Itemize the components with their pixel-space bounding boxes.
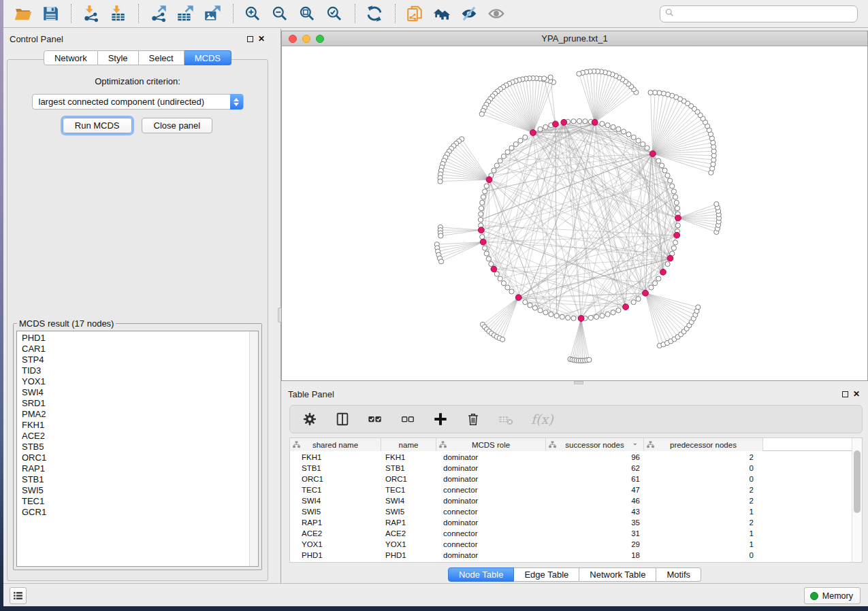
column-header-shared-name[interactable]: shared name: [290, 438, 381, 451]
result-list-scrollbar[interactable]: [249, 331, 258, 566]
select-all-button[interactable]: [366, 410, 384, 428]
table-cell[interactable]: 2: [644, 495, 763, 506]
mcds-result-item[interactable]: SRD1: [17, 398, 248, 409]
first-neighbors-button[interactable]: [431, 3, 454, 24]
table-cell[interactable]: connector: [436, 484, 546, 495]
table-float-icon[interactable]: [842, 391, 848, 397]
mcds-result-item[interactable]: GCR1: [17, 507, 248, 518]
mcds-result-list[interactable]: PHD1CAR1STP4TID3YOX1SWI4SRD1PMA2FKH1ACE2…: [16, 331, 259, 567]
mcds-result-item[interactable]: ORC1: [17, 452, 248, 463]
mcds-result-item[interactable]: SWI5: [17, 485, 248, 496]
tab-select[interactable]: Select: [139, 50, 184, 65]
zoom-fit-button[interactable]: [296, 3, 319, 24]
mcds-result-item[interactable]: PHD1: [17, 333, 248, 344]
mcds-result-item[interactable]: TEC1: [17, 496, 248, 507]
table-cell[interactable]: dominator: [436, 452, 546, 463]
table-cell[interactable]: PHD1: [381, 550, 436, 561]
tab-network[interactable]: Network: [44, 50, 98, 65]
search-box[interactable]: [660, 5, 858, 22]
vertical-splitter[interactable]: [272, 29, 281, 583]
save-button[interactable]: [39, 3, 63, 24]
table-cell[interactable]: 1: [644, 506, 763, 517]
deselect-all-button[interactable]: [399, 410, 417, 428]
add-button[interactable]: [432, 410, 449, 428]
table-cell[interactable]: FKH1: [381, 452, 436, 463]
column-header-predecessor-nodes[interactable]: predecessor nodes: [644, 438, 763, 451]
table-scrollbar[interactable]: [852, 438, 862, 562]
table-cell[interactable]: FKH1: [290, 452, 381, 463]
run-mcds-button[interactable]: Run MCDS: [63, 118, 132, 133]
mcds-result-item[interactable]: STB1: [17, 474, 248, 485]
table-cell[interactable]: 61: [546, 474, 644, 484]
table-cell[interactable]: RAP1: [381, 517, 436, 528]
open-button[interactable]: [12, 3, 35, 24]
zoom-out-button[interactable]: [269, 3, 292, 24]
table-cell[interactable]: TEC1: [290, 484, 381, 495]
table-cell[interactable]: dominator: [436, 474, 546, 484]
table-cell[interactable]: 1: [644, 528, 763, 539]
export-network-button[interactable]: [147, 3, 170, 24]
column-header-name[interactable]: name: [381, 438, 436, 451]
table-row[interactable]: YOX1YOX1connector291: [290, 539, 852, 550]
mcds-result-item[interactable]: ACE2: [17, 431, 248, 442]
table-cell[interactable]: SWI4: [290, 495, 381, 506]
memory-button[interactable]: Memory: [804, 587, 861, 604]
table-cell[interactable]: connector: [436, 528, 546, 539]
table-cell[interactable]: SWI5: [381, 506, 436, 517]
table-scrollbar-thumb[interactable]: [854, 450, 861, 513]
mcds-result-item[interactable]: PMA2: [17, 409, 248, 420]
zoom-selected-button[interactable]: [323, 3, 347, 24]
network-titlebar[interactable]: YPA_prune.txt_1: [282, 31, 867, 46]
task-history-button[interactable]: [10, 587, 27, 604]
mcds-result-item[interactable]: TID3: [17, 365, 248, 376]
close-panel-icon[interactable]: ✕: [258, 35, 265, 42]
table-cell[interactable]: dominator: [436, 495, 546, 506]
delete-button[interactable]: [464, 410, 482, 428]
table-cell[interactable]: 47: [546, 484, 644, 495]
mcds-result-item[interactable]: SWI4: [17, 387, 248, 398]
column-header-successor-nodes[interactable]: successor nodes⌄: [546, 438, 644, 451]
table-cell[interactable]: 0: [644, 474, 763, 484]
criterion-dropdown[interactable]: largest connected component (undirected): [32, 94, 244, 110]
table-row[interactable]: ACE2ACE2connector311: [290, 528, 852, 539]
table-cell[interactable]: STB1: [290, 463, 381, 474]
table-cell[interactable]: connector: [436, 539, 546, 550]
table-cell[interactable]: ACE2: [290, 528, 381, 539]
table-cell[interactable]: ORC1: [381, 474, 436, 484]
table-cell[interactable]: 2: [644, 452, 763, 463]
table-cell[interactable]: ACE2: [381, 528, 436, 539]
show-all-button[interactable]: [485, 3, 509, 24]
table-row[interactable]: ORC1ORC1dominator610: [290, 474, 852, 484]
table-row[interactable]: SWI4SWI4dominator462: [290, 495, 852, 506]
tab-style[interactable]: Style: [98, 50, 139, 65]
table-cell[interactable]: 35: [546, 517, 644, 528]
table-row[interactable]: STB1STB1dominator620: [290, 463, 852, 474]
table-cell[interactable]: 96: [546, 452, 644, 463]
refresh-button[interactable]: [364, 3, 387, 24]
duplicate-network-button[interactable]: [404, 3, 427, 24]
table-cell[interactable]: connector: [436, 506, 546, 517]
mcds-result-item[interactable]: FKH1: [17, 420, 248, 431]
table-row[interactable]: RAP1RAP1dominator352: [290, 517, 852, 528]
table-row[interactable]: TEC1TEC1connector472: [290, 484, 852, 495]
table-cell[interactable]: YOX1: [381, 539, 436, 550]
table-cell[interactable]: 31: [546, 528, 644, 539]
search-input[interactable]: [675, 7, 857, 20]
table-cell[interactable]: 29: [546, 539, 644, 550]
import-table-button[interactable]: [107, 3, 130, 24]
table-row[interactable]: PHD1PHD1dominator180: [290, 550, 852, 561]
table-cell[interactable]: 62: [546, 463, 644, 474]
table-cell[interactable]: dominator: [436, 550, 546, 561]
network-canvas[interactable]: [282, 46, 867, 380]
column-header-MCDS-role[interactable]: MCDS role: [436, 438, 546, 451]
close-mcds-panel-button[interactable]: Close panel: [142, 118, 213, 133]
mcds-result-item[interactable]: RAP1: [17, 463, 248, 474]
table-cell[interactable]: 46: [546, 495, 644, 506]
export-image-button[interactable]: [202, 3, 225, 24]
table-tab-node-table[interactable]: Node Table: [448, 567, 515, 582]
tab-mcds[interactable]: MCDS: [184, 50, 231, 65]
table-cell[interactable]: SWI5: [290, 506, 381, 517]
gear-button[interactable]: [301, 410, 319, 428]
table-tab-motifs[interactable]: Motifs: [656, 567, 701, 582]
table-cell[interactable]: 2: [644, 484, 763, 495]
